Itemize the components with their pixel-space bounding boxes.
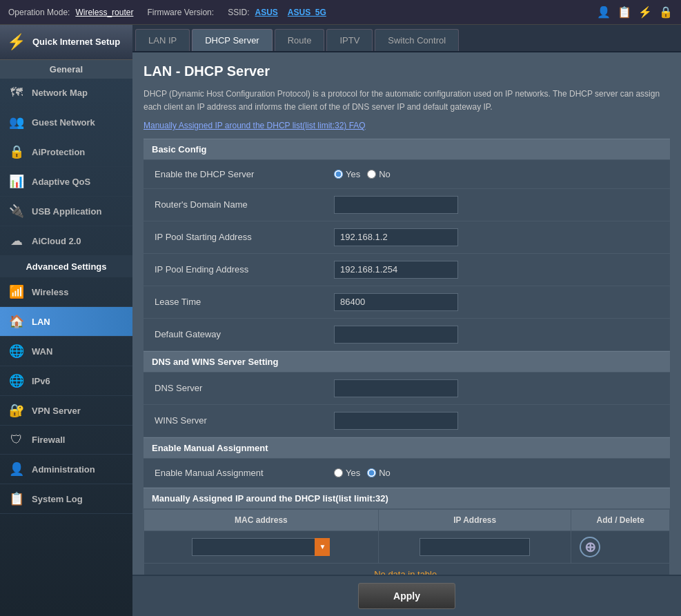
dhcp-no-text: No	[379, 169, 391, 179]
usb-app-icon: 🔌	[8, 203, 25, 219]
wins-server-input[interactable]	[334, 412, 458, 430]
manual-no-radio[interactable]	[367, 468, 376, 477]
lock-icon[interactable]: 🔒	[659, 6, 673, 19]
default-gateway-input[interactable]	[334, 326, 458, 344]
sidebar-label-aiprotection: AiProtection	[32, 147, 85, 157]
lease-time-control	[334, 293, 458, 311]
sidebar-item-system-log[interactable]: 📋 System Log	[0, 484, 132, 514]
sidebar-item-guest-network[interactable]: 👥 Guest Network	[0, 108, 132, 137]
dhcp-yes-text: Yes	[346, 169, 360, 179]
sidebar-label-vpn: VPN Server	[32, 406, 81, 416]
mac-address-input[interactable]	[192, 538, 330, 556]
content-area: LAN IP DHCP Server Route IPTV Switch Con…	[132, 25, 681, 616]
ip-address-input[interactable]	[420, 538, 530, 556]
sidebar-label-system-log: System Log	[32, 494, 83, 504]
enable-dhcp-row: Enable the DHCP Server Yes No	[144, 160, 670, 189]
manual-assigned-link[interactable]: Manually Assigned IP around the DHCP lis…	[144, 121, 366, 130]
dns-server-control	[334, 379, 458, 397]
ip-pool-end-input[interactable]	[334, 261, 458, 279]
basic-config-section: Basic Config Enable the DHCP Server Yes	[144, 139, 670, 351]
mac-dropdown-wrap: ▼	[192, 538, 330, 556]
sidebar-item-lan[interactable]: 🏠 LAN	[0, 307, 132, 337]
sidebar-item-vpn[interactable]: 🔐 VPN Server	[0, 396, 132, 426]
lease-time-row: Lease Time	[144, 286, 670, 319]
sidebar-label-usb-application: USB Application	[32, 206, 101, 217]
ip-pool-start-control	[334, 228, 458, 246]
sidebar-label-guest-network: Guest Network	[32, 117, 95, 128]
sidebar-item-administration[interactable]: 👤 Administration	[0, 455, 132, 484]
wins-server-row: WINS Server	[144, 405, 670, 437]
domain-name-input[interactable]	[334, 196, 458, 214]
manual-yes-radio-label[interactable]: Yes	[334, 468, 360, 478]
sidebar-item-usb-application[interactable]: 🔌 USB Application	[0, 197, 132, 226]
lease-time-label: Lease Time	[155, 297, 334, 307]
enable-dhcp-label: Enable the DHCP Server	[155, 169, 334, 179]
sidebar: ⚡ Quick Internet Setup General 🗺 Network…	[0, 25, 132, 616]
dns-server-input[interactable]	[334, 379, 458, 397]
dhcp-no-radio[interactable]	[367, 170, 376, 179]
tab-dhcp-server[interactable]: DHCP Server	[192, 29, 273, 51]
domain-name-control	[334, 196, 458, 214]
sidebar-item-wan[interactable]: 🌐 WAN	[0, 337, 132, 366]
wireless-icon: 📶	[8, 284, 25, 299]
tab-bar: LAN IP DHCP Server Route IPTV Switch Con…	[132, 25, 681, 52]
add-delete-cell: ⊕	[571, 530, 670, 563]
user-icon[interactable]: 👤	[597, 6, 611, 19]
tab-switch-control[interactable]: Switch Control	[375, 29, 459, 51]
dhcp-no-radio-label[interactable]: No	[367, 169, 391, 179]
sidebar-label-aicloud: AiCloud 2.0	[32, 236, 81, 246]
administration-icon: 👤	[8, 461, 25, 477]
manual-assign-row: Enable Manual Assignment Yes No	[144, 459, 670, 488]
manual-table-header: Manually Assigned IP around the DHCP lis…	[144, 488, 670, 509]
lease-time-input[interactable]	[334, 293, 458, 311]
wins-server-label: WINS Server	[155, 415, 334, 426]
ip-pool-end-row: IP Pool Ending Address	[144, 254, 670, 286]
sidebar-item-wireless[interactable]: 📶 Wireless	[0, 277, 132, 307]
mac-dropdown-button[interactable]: ▼	[315, 538, 330, 556]
firmware-label: Firmware Version:	[147, 8, 214, 17]
sidebar-label-network-map: Network Map	[32, 88, 88, 98]
sidebar-item-ipv6[interactable]: 🌐 IPv6	[0, 366, 132, 396]
quick-internet-setup[interactable]: ⚡ Quick Internet Setup	[0, 25, 132, 60]
ip-input-cell	[378, 530, 571, 563]
top-bar: Operation Mode: Wireless_router Firmware…	[0, 0, 681, 25]
sidebar-label-administration: Administration	[32, 464, 95, 475]
sidebar-label-wan: WAN	[32, 346, 52, 357]
sidebar-item-adaptive-qos[interactable]: 📊 Adaptive QoS	[0, 167, 132, 197]
sidebar-item-aiprotection[interactable]: 🔒 AiProtection	[0, 137, 132, 167]
manual-no-radio-label[interactable]: No	[367, 468, 391, 478]
sidebar-label-wireless: Wireless	[32, 287, 68, 297]
sidebar-item-firewall[interactable]: 🛡 Firewall	[0, 426, 132, 455]
manual-yes-text: Yes	[346, 468, 360, 478]
manual-ip-table: MAC address IP Address Add / Delete ▼	[144, 509, 670, 575]
sidebar-label-ipv6: IPv6	[32, 376, 50, 386]
sidebar-label-firewall: Firewall	[32, 435, 65, 445]
manual-yes-radio[interactable]	[334, 468, 343, 477]
copy-icon[interactable]: 📋	[618, 6, 631, 19]
apply-button[interactable]: Apply	[358, 583, 455, 609]
dns-section: DNS and WINS Server Setting DNS Server W…	[144, 351, 670, 437]
basic-config-header: Basic Config	[144, 139, 670, 160]
tab-iptv[interactable]: IPTV	[326, 29, 373, 51]
lan-icon: 🏠	[8, 314, 25, 329]
sidebar-item-network-map[interactable]: 🗺 Network Map	[0, 79, 132, 108]
default-gateway-control	[334, 326, 458, 344]
ipv6-icon: 🌐	[8, 373, 25, 388]
col-mac-address: MAC address	[144, 509, 379, 530]
dhcp-yes-radio[interactable]	[334, 170, 343, 179]
dhcp-yes-radio-label[interactable]: Yes	[334, 169, 360, 179]
ssid-value: ASUS	[255, 8, 277, 17]
dns-server-row: DNS Server	[144, 372, 670, 405]
op-mode-label: Operation Mode:	[8, 8, 70, 17]
top-bar-icons: 👤 📋 ⚡ 🔒	[597, 6, 673, 19]
ip-pool-end-label: IP Pool Ending Address	[155, 264, 334, 275]
enable-dhcp-control: Yes No	[334, 169, 391, 179]
sidebar-item-aicloud[interactable]: ☁ AiCloud 2.0	[0, 226, 132, 256]
tab-lan-ip[interactable]: LAN IP	[135, 29, 190, 51]
ip-pool-start-input[interactable]	[334, 228, 458, 246]
add-entry-button[interactable]: ⊕	[580, 537, 600, 557]
dns-server-label: DNS Server	[155, 383, 334, 393]
tab-route[interactable]: Route	[275, 29, 325, 51]
sidebar-label-lan: LAN	[32, 317, 50, 327]
usb-icon[interactable]: ⚡	[638, 6, 652, 19]
